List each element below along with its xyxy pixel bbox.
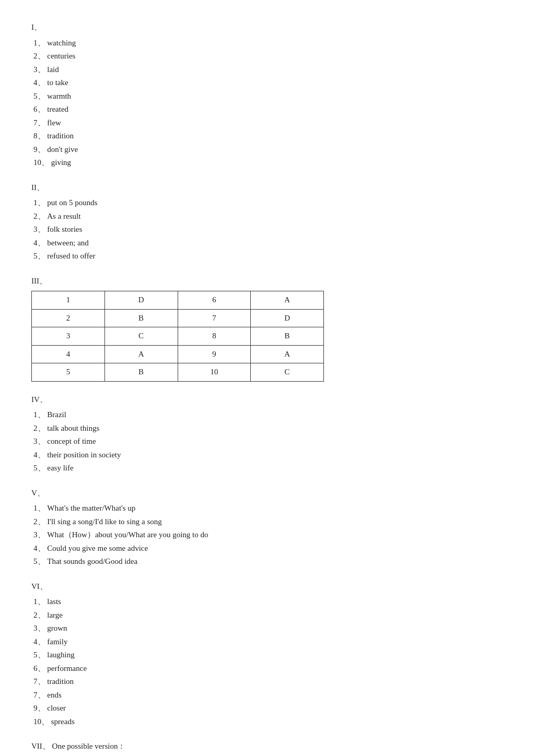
section-VII: VII、 One possible version： Dear Mike.How… <box>31 740 504 756</box>
list-item: 4、 between; and <box>33 237 504 250</box>
section-III-title: III、 <box>31 275 504 288</box>
table-cell: 6 <box>178 291 251 310</box>
list-item: 7、 tradition <box>33 675 504 689</box>
list-item: 1、 What's the matter/What's up <box>33 502 504 515</box>
list-item: 6、 performance <box>33 662 504 676</box>
table-row: 5B10C <box>32 363 324 382</box>
table-cell: B <box>104 363 178 382</box>
list-item: 1、 lasts <box>33 595 504 609</box>
list-item: 3、 What（How）about you/What are you going… <box>33 528 504 542</box>
list-item: 6、 treated <box>33 103 504 116</box>
list-item: 5、 That sounds good/Good idea <box>33 555 504 569</box>
list-item: 4、 their position in society <box>33 448 504 462</box>
table-cell: D <box>104 291 178 310</box>
section-V-items: 1、 What's the matter/What's up 2、 I'll s… <box>31 502 504 569</box>
list-item: 2、 talk about things <box>33 422 504 435</box>
list-item: 2、 As a result <box>33 210 504 223</box>
list-item: 2、 I'll sing a song/I'd like to sing a s… <box>33 515 504 529</box>
list-item: 7、 ends <box>33 689 504 702</box>
table-cell: 2 <box>32 309 105 327</box>
list-item: 5、 refused to offer <box>33 250 504 263</box>
list-item: 1、 watching <box>33 37 504 50</box>
table-cell: B <box>251 327 324 346</box>
table-cell: D <box>251 309 324 327</box>
list-item: 1、 put on 5 pounds <box>33 196 504 210</box>
list-item: 4、 family <box>33 635 504 649</box>
list-item: 5、 easy life <box>33 462 504 475</box>
section-V: V、 1、 What's the matter/What's up 2、 I'l… <box>31 487 504 569</box>
section-I-items: 1、 watching 2、 centuries 3、 laid 4、 to t… <box>31 37 504 170</box>
table-row: 2B7D <box>32 309 324 327</box>
list-item: 9、 don't give <box>33 143 504 157</box>
list-item: 4、 to take <box>33 76 504 90</box>
section-IV-title: IV、 <box>31 393 504 407</box>
section-IV: IV、 1、 Brazil 2、 talk about things 3、 co… <box>31 393 504 475</box>
table-row: 1D6A <box>32 291 324 310</box>
table-cell: 8 <box>178 327 251 346</box>
table-cell: 5 <box>32 363 105 382</box>
list-item: 3、 laid <box>33 63 504 77</box>
table-cell: 4 <box>32 345 105 363</box>
list-item: 10、 spreads <box>33 715 504 729</box>
table-row: 4A9A <box>32 345 324 363</box>
list-item: 1、 Brazil <box>33 408 504 422</box>
table-cell: 7 <box>178 309 251 327</box>
section-III: III、 1D6A2B7D3C8B4A9A5B10C <box>31 275 504 382</box>
table-cell: C <box>251 363 324 382</box>
section-II-title: II、 <box>31 181 504 195</box>
table-cell: 10 <box>178 363 251 382</box>
table-cell: 3 <box>32 327 105 346</box>
table-cell: B <box>104 309 178 327</box>
list-item: 3、 concept of time <box>33 435 504 448</box>
table-cell: A <box>251 291 324 310</box>
list-item: 3、 grown <box>33 622 504 635</box>
section-VI-title: VI、 <box>31 580 504 594</box>
section-IV-items: 1、 Brazil 2、 talk about things 3、 concep… <box>31 408 504 475</box>
list-item: 3、 folk stories <box>33 223 504 237</box>
list-item: 5、 warmth <box>33 90 504 103</box>
section-II: II、 1、 put on 5 pounds 2、 As a result 3、… <box>31 181 504 263</box>
table-cell: C <box>104 327 178 346</box>
table-cell: 1 <box>32 291 105 310</box>
section-VII-title: VII、 One possible version： <box>31 740 504 753</box>
list-item: 10、 giving <box>33 156 504 170</box>
list-item: 7、 flew <box>33 116 504 130</box>
section-III-table: 1D6A2B7D3C8B4A9A5B10C <box>31 291 324 382</box>
section-I: I、 1、 watching 2、 centuries 3、 laid 4、 t… <box>31 21 504 170</box>
table-cell: A <box>104 345 178 363</box>
table-cell: 9 <box>178 345 251 363</box>
table-row: 3C8B <box>32 327 324 346</box>
list-item: 5、 laughing <box>33 648 504 662</box>
list-item: 2、 centuries <box>33 50 504 63</box>
section-I-title: I、 <box>31 21 504 34</box>
section-VI: VI、 1、 lasts 2、 large 3、 grown 4、 family… <box>31 580 504 729</box>
list-item: 8、 tradition <box>33 129 504 143</box>
table-cell: A <box>251 345 324 363</box>
section-V-title: V、 <box>31 487 504 500</box>
list-item: 9、 closer <box>33 702 504 715</box>
list-item: 4、 Could you give me some advice <box>33 542 504 556</box>
list-item: 2、 large <box>33 609 504 622</box>
section-VI-items: 1、 lasts 2、 large 3、 grown 4、 family 5、 … <box>31 595 504 728</box>
section-II-items: 1、 put on 5 pounds 2、 As a result 3、 fol… <box>31 196 504 263</box>
